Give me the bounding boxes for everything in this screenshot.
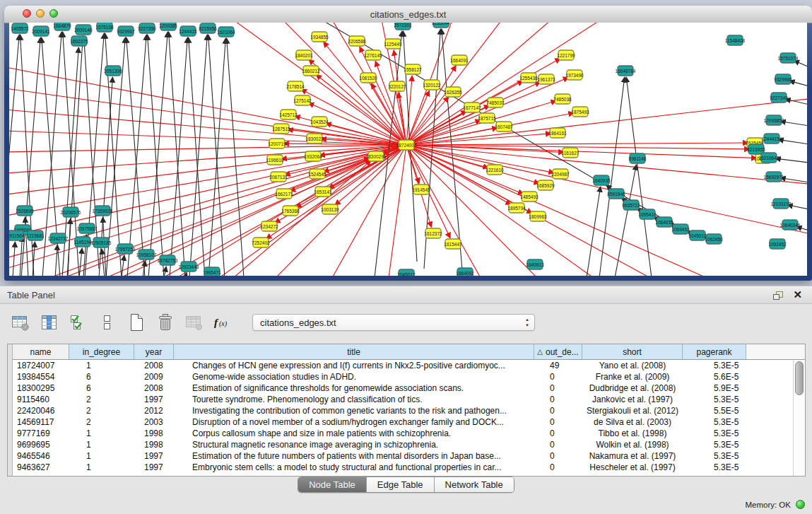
graph-node[interactable]: 2204987 — [551, 169, 570, 179]
memory-status-icon[interactable] — [796, 500, 805, 509]
table-cell[interactable]: 2003 — [134, 417, 174, 427]
graph-node[interactable]: 1196610 — [266, 155, 284, 165]
column-header-short[interactable]: short — [582, 344, 683, 359]
graph-node[interactable]: 8135044 — [432, 23, 450, 28]
table-row[interactable]: 911546021997Tourette syndrome. Phenomeno… — [13, 394, 794, 405]
graph-node[interactable]: 1664879 — [53, 23, 71, 30]
table-row[interactable]: 969969511998Structural magnetic resonanc… — [13, 439, 794, 450]
tab-node-table[interactable]: Node Table — [298, 477, 367, 492]
graph-node[interactable]: 1221799 — [557, 50, 575, 60]
graph-node[interactable]: 9329966 — [774, 74, 792, 84]
graph-node[interactable]: 1244415 — [179, 26, 197, 36]
graph-node[interactable]: 1653141 — [314, 187, 332, 197]
graph-node[interactable]: 2009141 — [32, 26, 50, 36]
graph-node[interactable]: 1405572 — [11, 23, 29, 33]
table-cell[interactable]: 14569117 — [13, 417, 69, 427]
table-cell[interactable]: 9699695 — [13, 440, 69, 450]
graph-node[interactable]: 1125449 — [384, 39, 402, 49]
table-cell[interactable]: 1 — [69, 451, 134, 461]
graph-node[interactable]: 1524545 — [308, 169, 326, 179]
table-cell[interactable]: Changes of HCN gene expression and I(f) … — [174, 361, 534, 370]
show-columns-icon[interactable] — [39, 313, 60, 332]
graph-node[interactable]: 1003139 — [321, 204, 339, 214]
table-cell[interactable]: Disruption of a novel member of a sodium… — [174, 417, 534, 427]
column-header-out_de[interactable]: △out_de... — [534, 344, 582, 359]
table-cell[interactable]: Franke et al. (2009) — [582, 372, 683, 382]
delete-column-icon[interactable] — [155, 313, 176, 332]
table-cell[interactable]: Investigating the contribution of common… — [174, 406, 534, 416]
graph-node[interactable]: 1215681 — [26, 230, 45, 240]
graph-node[interactable]: 8961146 — [629, 153, 647, 163]
graph-node[interactable]: 1640935 — [592, 175, 611, 185]
graph-node[interactable]: 12093852 — [764, 115, 784, 125]
graph-node[interactable]: 1677147 — [463, 103, 481, 112]
column-header-title[interactable]: title — [174, 344, 534, 359]
table-cell[interactable]: 0 — [534, 451, 582, 461]
graph-node[interactable]: 1664091 — [450, 55, 469, 65]
unselect-all-icon[interactable] — [97, 313, 118, 332]
column-header-in_degree[interactable]: in_degree — [69, 344, 134, 359]
table-cell[interactable]: Nakamura et al. (1997) — [582, 451, 683, 461]
graph-node[interactable]: 7252402 — [252, 238, 270, 247]
splitter-handle[interactable] — [400, 281, 410, 285]
table-row[interactable]: 977716911998Corpus callosum shape and si… — [13, 428, 794, 439]
graph-node[interactable]: 1558127 — [404, 64, 422, 74]
table-cell[interactable]: 2012 — [134, 406, 174, 416]
graph-node[interactable]: 17359928 — [93, 206, 113, 216]
graph-node[interactable]: 1875715 — [478, 113, 496, 123]
graph-node[interactable]: 2051308 — [104, 66, 122, 76]
minimize-window-button[interactable] — [36, 9, 45, 18]
graph-node[interactable]: 16210643 — [759, 153, 779, 163]
graph-node[interactable]: 11548408 — [725, 35, 746, 45]
graph-node[interactable]: 1043524 — [310, 117, 329, 127]
table-cell[interactable]: Stergiakouli et al. (2012) — [582, 406, 683, 416]
table-cell[interactable]: Embryonic stem cells: a model to study s… — [174, 462, 534, 472]
graph-node[interactable]: 9227349 — [770, 93, 788, 103]
graph-node[interactable]: 1209385 — [159, 23, 177, 30]
scrollbar-thumb[interactable] — [795, 361, 804, 395]
graph-node[interactable]: 1145194 — [74, 237, 92, 247]
graph-node[interactable]: 1095410 — [638, 209, 657, 219]
table-row[interactable]: 946554611997Estimation of the future num… — [13, 450, 794, 462]
table-cell[interactable]: 0 — [534, 417, 582, 427]
graph-node[interactable]: 2206588 — [348, 36, 366, 46]
table-cell[interactable]: 5.9E-5 — [683, 383, 746, 393]
table-cell[interactable]: 9115460 — [13, 395, 69, 404]
close-window-button[interactable] — [23, 9, 31, 18]
table-cell[interactable]: 5.3E-5 — [683, 417, 746, 427]
graph-node[interactable]: 1895794 — [507, 203, 526, 213]
table-cell[interactable]: 2 — [69, 406, 134, 416]
table-cell[interactable]: 6 — [69, 372, 134, 382]
graph-node[interactable]: 3572301 — [394, 23, 412, 30]
graph-node[interactable]: 1161627 — [562, 148, 579, 158]
graph-node[interactable]: 10958107 — [136, 250, 157, 259]
graph-node[interactable]: 1860212 — [302, 66, 320, 76]
graph-node[interactable]: 1765368 — [281, 206, 300, 216]
graph-node[interactable]: 1607487 — [495, 122, 513, 132]
table-cell[interactable]: 5.3E-5 — [683, 440, 746, 450]
table-cell[interactable]: 5.3E-5 — [683, 395, 746, 404]
network-canvas[interactable]: 1872400718300295193485518402011860212217… — [9, 23, 807, 276]
graph-node[interactable]: 1255438 — [519, 73, 538, 83]
table-cell[interactable]: de Silva et al. (2003) — [582, 417, 683, 427]
table-cell[interactable]: 22420046 — [13, 406, 69, 416]
float-panel-icon[interactable] — [772, 291, 784, 303]
table-cell[interactable]: 18300295 — [13, 383, 69, 393]
table-cell[interactable]: 9777169 — [13, 428, 69, 438]
graph-node[interactable]: 9227350 — [138, 23, 156, 33]
graph-node[interactable]: 1081520 — [359, 73, 377, 83]
graph-node[interactable]: 8215956 — [199, 23, 217, 33]
table-cell[interactable]: 18724007 — [13, 361, 69, 370]
graph-node[interactable]: 1425712 — [279, 110, 298, 119]
table-cell[interactable]: 0 — [534, 406, 582, 416]
graph-node[interactable]: 12505185 — [91, 238, 112, 247]
graph-node[interactable]: 20206576 — [61, 207, 81, 217]
table-cell[interactable]: Tibbo et al. (1998) — [582, 428, 683, 438]
graph-node[interactable]: 1973490 — [565, 70, 584, 80]
graph-node[interactable]: 1864161 — [548, 128, 567, 138]
table-cell[interactable]: Genome-wide association studies in ADHD. — [174, 372, 534, 382]
table-cell[interactable]: 19384554 — [13, 372, 69, 382]
graph-node[interactable]: 9245012 — [688, 230, 707, 240]
table-cell[interactable]: Dudbridge et al. (2008) — [582, 383, 683, 393]
graph-node[interactable]: 9635721 — [622, 200, 640, 210]
